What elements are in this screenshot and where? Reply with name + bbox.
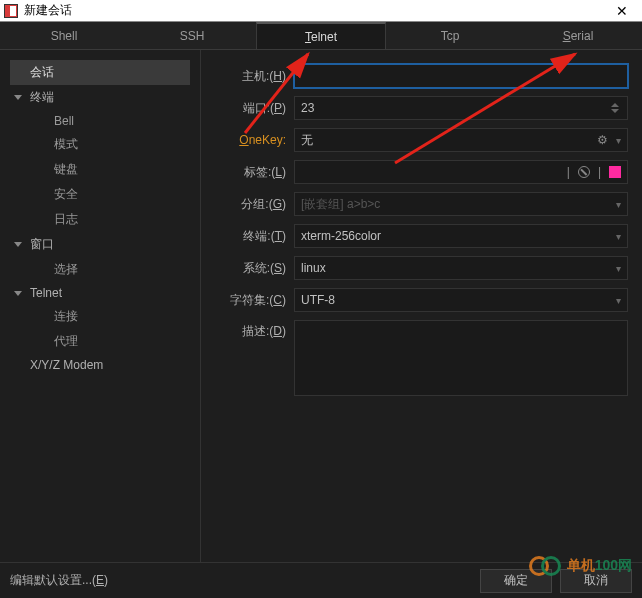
- tab-ssh[interactable]: SSH: [128, 22, 256, 49]
- sidebar-item-keyboard[interactable]: 键盘: [0, 157, 200, 182]
- charset-select[interactable]: UTF-8 ▾: [294, 288, 628, 312]
- edit-defaults-link[interactable]: 编辑默认设置...(E): [10, 572, 108, 589]
- tab-serial[interactable]: Serial: [514, 22, 642, 49]
- tab-tcp[interactable]: Tcp: [386, 22, 514, 49]
- chevron-down-icon[interactable]: ▾: [616, 263, 621, 274]
- port-input[interactable]: 23: [294, 96, 628, 120]
- group-label: 分组:(G): [214, 196, 294, 213]
- spin-down-icon[interactable]: [611, 109, 619, 113]
- close-icon[interactable]: ✕: [606, 3, 638, 19]
- gear-icon[interactable]: ⚙: [597, 133, 608, 147]
- onekey-select[interactable]: 无 ⚙▾: [294, 128, 628, 152]
- color-box-icon[interactable]: [609, 166, 621, 178]
- window-title: 新建会话: [24, 2, 606, 19]
- sidebar: 会话 终端 Bell 模式 键盘 安全 日志 窗口 选择 Telnet 连接 代…: [0, 50, 200, 562]
- terminal-label: 终端:(T): [214, 228, 294, 245]
- port-label: 端口:(P): [214, 100, 294, 117]
- app-icon: [4, 4, 18, 18]
- chevron-down-icon[interactable]: ▾: [616, 199, 621, 210]
- connection-tabs: Shell SSH Telnet Tcp Serial: [0, 22, 642, 50]
- group-input[interactable]: [嵌套组] a>b>c ▾: [294, 192, 628, 216]
- tab-shell[interactable]: Shell: [0, 22, 128, 49]
- title-bar: 新建会话 ✕: [0, 0, 642, 22]
- desc-textarea[interactable]: [294, 320, 628, 396]
- vertical-divider: [200, 50, 201, 562]
- sidebar-item-session[interactable]: 会话: [10, 60, 190, 85]
- sidebar-group-telnet[interactable]: Telnet: [0, 282, 200, 304]
- tab-telnet[interactable]: Telnet: [256, 22, 386, 49]
- sidebar-group-window[interactable]: 窗口: [0, 232, 200, 257]
- host-label: 主机:(H): [214, 68, 294, 85]
- sidebar-item-bell[interactable]: Bell: [0, 110, 200, 132]
- terminal-select[interactable]: xterm-256color ▾: [294, 224, 628, 248]
- sidebar-item-proxy[interactable]: 代理: [0, 329, 200, 354]
- watermark: 单机100网: [529, 554, 632, 578]
- system-select[interactable]: linux ▾: [294, 256, 628, 280]
- system-label: 系统:(S): [214, 260, 294, 277]
- chevron-down-icon[interactable]: ▾: [616, 135, 621, 146]
- tag-label: 标签:(L): [214, 164, 294, 181]
- form-panel: 主机:(H) 端口:(P) 23 OneKey: 无 ⚙▾ 标签:(L) || …: [200, 50, 642, 562]
- desc-label: 描述:(D): [214, 320, 294, 340]
- watermark-logo-icon: [529, 554, 563, 578]
- sidebar-group-terminal[interactable]: 终端: [0, 85, 200, 110]
- sidebar-item-security[interactable]: 安全: [0, 182, 200, 207]
- tag-input[interactable]: ||: [294, 160, 628, 184]
- sidebar-item-log[interactable]: 日志: [0, 207, 200, 232]
- onekey-label: OneKey:: [214, 133, 294, 147]
- sidebar-item-select[interactable]: 选择: [0, 257, 200, 282]
- caret-down-icon: [14, 95, 22, 100]
- caret-down-icon: [14, 242, 22, 247]
- caret-down-icon: [14, 291, 22, 296]
- sidebar-item-modem[interactable]: X/Y/Z Modem: [0, 354, 200, 376]
- sidebar-item-mode[interactable]: 模式: [0, 132, 200, 157]
- host-input[interactable]: [294, 64, 628, 88]
- charset-label: 字符集:(C): [214, 292, 294, 309]
- sidebar-item-connect[interactable]: 连接: [0, 304, 200, 329]
- clear-icon[interactable]: [578, 166, 590, 178]
- chevron-down-icon[interactable]: ▾: [616, 295, 621, 306]
- chevron-down-icon[interactable]: ▾: [616, 231, 621, 242]
- spin-up-icon[interactable]: [611, 103, 619, 107]
